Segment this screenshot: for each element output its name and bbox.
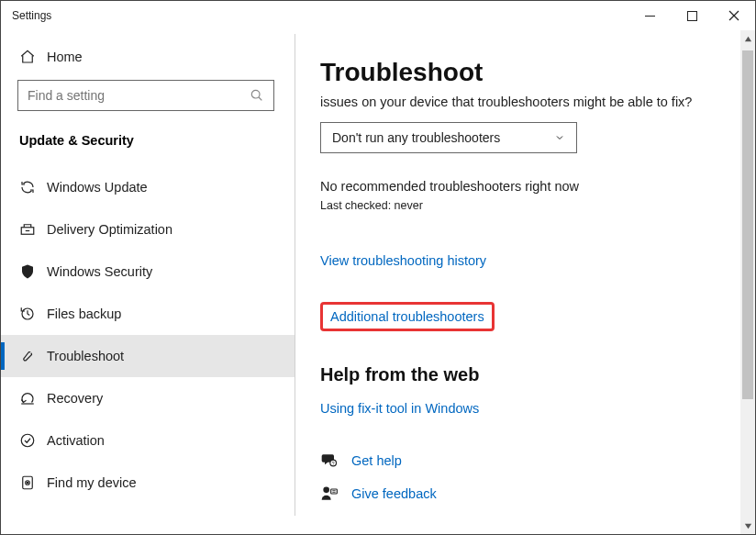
sidebar-item-label: Files backup [47, 307, 121, 321]
window-body: Home Update & Security Windows Update [1, 30, 755, 534]
svg-point-14 [27, 482, 28, 484]
search-input[interactable] [17, 80, 274, 111]
svg-rect-1 [687, 11, 696, 20]
search-field[interactable] [28, 88, 250, 103]
window-controls [628, 1, 755, 30]
svg-marker-22 [744, 523, 750, 528]
get-help-link[interactable]: Get help [351, 453, 402, 468]
scroll-up-arrow[interactable] [740, 30, 755, 47]
maximize-button[interactable] [671, 1, 713, 30]
search-icon [250, 88, 264, 103]
sidebar-item-label: Delivery Optimization [47, 222, 172, 237]
section-title: Update & Security [1, 124, 295, 166]
help-heading: Help from the web [320, 364, 715, 385]
shield-icon [19, 263, 47, 280]
main-panel: Troubleshoot issues on your device that … [295, 30, 755, 534]
sync-icon [19, 179, 47, 195]
svg-text:?: ? [332, 461, 335, 466]
highlight-annotation: Additional troubleshooters [320, 302, 495, 331]
wrench-icon [19, 348, 47, 364]
close-button[interactable] [713, 1, 755, 30]
svg-point-17 [323, 487, 329, 494]
chat-icon: ? [320, 451, 339, 470]
minimize-button[interactable] [628, 1, 671, 30]
combo-value: Don't run any troubleshooters [332, 130, 500, 145]
sidebar-item-label: Troubleshoot [47, 349, 124, 363]
chevron-down-icon [554, 132, 565, 143]
home-label: Home [47, 50, 83, 64]
sidebar-item-label: Windows Update [47, 180, 148, 195]
sidebar: Home Update & Security Windows Update [1, 30, 295, 534]
svg-line-5 [259, 97, 261, 100]
vertical-scrollbar[interactable] [740, 30, 755, 534]
home-icon [19, 49, 47, 65]
give-feedback-row[interactable]: Give feedback [320, 485, 715, 503]
check-circle-icon [19, 432, 47, 449]
nav-list: Windows Update Delivery Optimization Win… [1, 166, 295, 504]
svg-point-11 [21, 434, 34, 447]
sidebar-item-label: Find my device [47, 475, 137, 490]
additional-troubleshooters-link[interactable]: Additional troubleshooters [330, 309, 484, 324]
history-link-block: View troubleshooting history [320, 252, 715, 269]
sidebar-item-find-my-device[interactable]: Find my device [1, 462, 295, 504]
sidebar-item-files-backup[interactable]: Files backup [1, 293, 295, 335]
fixit-link[interactable]: Using fix-it tool in Windows [320, 401, 479, 416]
feedback-icon [320, 485, 339, 503]
scroll-down-arrow[interactable] [740, 518, 755, 534]
sidebar-item-delivery-optimization[interactable]: Delivery Optimization [1, 208, 295, 251]
settings-window: Settings Home [0, 0, 756, 535]
content: Troubleshoot issues on your device that … [295, 30, 740, 534]
home-nav[interactable]: Home [1, 39, 295, 74]
svg-point-4 [251, 90, 260, 98]
get-help-row[interactable]: ? Get help [320, 451, 715, 470]
additional-link-block: Additional troubleshooters [320, 302, 715, 331]
give-feedback-link[interactable]: Give feedback [351, 486, 437, 501]
recovery-icon [19, 390, 47, 407]
sidebar-item-windows-update[interactable]: Windows Update [1, 166, 295, 208]
backup-icon [19, 306, 47, 322]
page-title: Troubleshoot [320, 58, 715, 87]
delivery-icon [19, 221, 47, 238]
window-title: Settings [12, 9, 51, 22]
sidebar-item-label: Windows Security [47, 264, 152, 279]
sidebar-item-label: Recovery [47, 391, 103, 406]
view-history-link[interactable]: View troubleshooting history [320, 253, 486, 268]
location-icon [19, 474, 47, 491]
svg-marker-21 [744, 36, 750, 40]
svg-rect-18 [331, 489, 338, 494]
titlebar: Settings [1, 1, 755, 30]
sidebar-item-recovery[interactable]: Recovery [1, 377, 295, 419]
sidebar-item-activation[interactable]: Activation [1, 419, 295, 462]
status-text: No recommended troubleshooters right now [320, 179, 715, 194]
last-checked-text: Last checked: never [320, 199, 715, 212]
search-wrap [1, 80, 295, 124]
intro-text: issues on your device that troubleshoote… [320, 93, 715, 111]
scroll-thumb[interactable] [742, 50, 753, 399]
sidebar-item-troubleshoot[interactable]: Troubleshoot [1, 335, 295, 377]
troubleshooter-select[interactable]: Don't run any troubleshooters [320, 122, 577, 153]
sidebar-item-windows-security[interactable]: Windows Security [1, 251, 295, 293]
scroll-track[interactable] [740, 47, 755, 518]
svg-point-9 [30, 352, 32, 354]
sidebar-item-label: Activation [47, 433, 105, 448]
